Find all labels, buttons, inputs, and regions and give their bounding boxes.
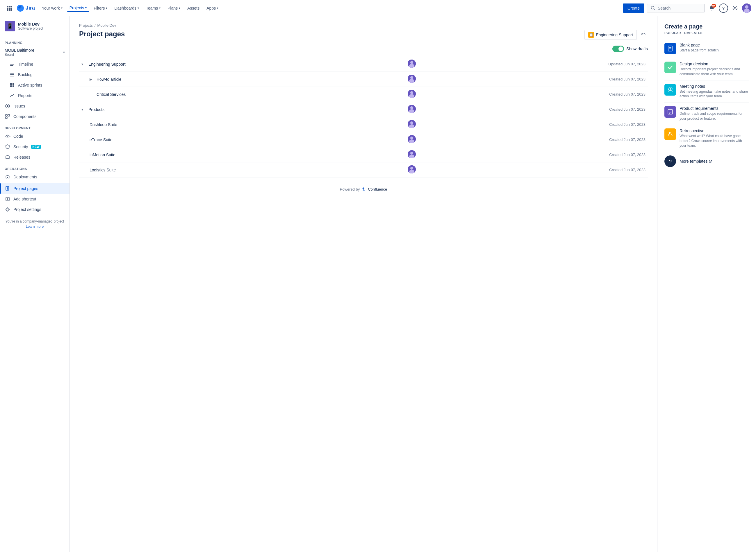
page-name[interactable]: How-to article: [97, 77, 121, 82]
page-name[interactable]: Engineering Support: [88, 62, 126, 66]
board-sub: Board: [5, 52, 34, 57]
page-name[interactable]: Critical Services: [97, 92, 126, 97]
sidebar-item-backlog[interactable]: Backlog: [0, 70, 70, 80]
expand-icon[interactable]: ▶: [90, 77, 94, 81]
svg-rect-20: [10, 76, 14, 77]
svg-rect-19: [10, 75, 14, 75]
blank-page-icon: [664, 43, 676, 54]
sidebar-item-deployments[interactable]: Deployments: [0, 172, 70, 182]
create-button[interactable]: Create: [623, 3, 644, 13]
refresh-button[interactable]: [639, 30, 648, 39]
page-name[interactable]: Dashloop Suite: [90, 122, 117, 127]
nav-dashboards[interactable]: Dashboards ▾: [112, 5, 141, 12]
breadcrumb-mobile-dev[interactable]: Mobile Dev: [97, 23, 116, 28]
sidebar-item-label: Issues: [13, 104, 25, 108]
sidebar-item-issues[interactable]: Issues: [0, 101, 70, 111]
svg-rect-29: [6, 117, 7, 119]
template-desc: Record important project decisions and c…: [679, 67, 749, 77]
sidebar-item-components[interactable]: Components: [0, 111, 70, 122]
grid-menu-btn[interactable]: [5, 3, 14, 13]
sidebar-item-add-shortcut[interactable]: Add shortcut: [0, 194, 70, 204]
svg-point-51: [410, 137, 413, 139]
nav-your-work[interactable]: Your work ▾: [39, 5, 65, 12]
sidebar-item-project-pages[interactable]: Project pages: [0, 183, 70, 194]
learn-more-link[interactable]: Learn more: [5, 225, 65, 229]
show-drafts-toggle[interactable]: [612, 46, 624, 52]
template-product-requirements[interactable]: Product requirements Define, track and s…: [664, 103, 749, 125]
project-type: Software project: [18, 26, 43, 30]
template-name: Meeting notes: [679, 84, 749, 89]
template-name: Retrospective: [679, 128, 749, 133]
notification-badge: 9+: [712, 4, 716, 8]
new-badge: NEW: [31, 145, 41, 149]
template-name: Blank page: [679, 43, 720, 47]
page-name[interactable]: Logistics Suite: [90, 168, 116, 172]
sidebar-item-project-settings[interactable]: Project settings: [0, 204, 70, 215]
svg-point-34: [7, 209, 8, 210]
user-avatar[interactable]: [742, 3, 751, 13]
nav-projects[interactable]: Projects ▾: [67, 4, 89, 12]
sidebar-item-label: Security: [13, 144, 28, 149]
sidebar-item-timeline[interactable]: Timeline: [0, 59, 70, 70]
svg-point-68: [669, 132, 671, 134]
add-shortcut-icon: [5, 196, 10, 202]
jira-logo[interactable]: Jira: [16, 4, 35, 12]
svg-rect-7: [9, 9, 10, 11]
show-drafts-label: Show drafts: [626, 46, 648, 51]
sidebar-item-reports[interactable]: Reports: [0, 90, 70, 101]
notification-btn[interactable]: 9+: [707, 3, 717, 13]
page-name[interactable]: eTrace Suite: [90, 137, 113, 142]
template-retrospective[interactable]: Retrospective What went well? What could…: [664, 125, 749, 152]
more-templates[interactable]: More templates: [664, 152, 749, 170]
svg-rect-24: [12, 86, 14, 87]
search-box[interactable]: Search: [647, 4, 705, 12]
page-name[interactable]: Products: [88, 107, 104, 112]
svg-rect-2: [10, 6, 12, 7]
nav-teams[interactable]: Teams ▾: [144, 5, 163, 12]
eng-support-label: Engineering Support: [596, 32, 633, 37]
sidebar-board[interactable]: MOBL Baltimore Board ▾: [0, 46, 70, 59]
nav-filters[interactable]: Filters ▾: [91, 5, 110, 12]
nav-apps[interactable]: Apps ▾: [204, 5, 221, 12]
active-sprints-icon: [9, 82, 15, 88]
table-row: Critical Services Created Jun 07, 2023: [79, 87, 648, 102]
expand-icon[interactable]: ▾: [81, 62, 86, 66]
board-name: MOBL Baltimore: [5, 48, 34, 52]
page-avatar: [408, 105, 416, 113]
svg-point-31: [7, 177, 8, 178]
deployments-icon: [5, 174, 10, 180]
svg-point-70: [670, 163, 670, 163]
svg-point-63: [670, 88, 672, 90]
expand-icon[interactable]: ▾: [81, 108, 86, 112]
sidebar-item-label: Releases: [13, 155, 30, 159]
template-blank-page[interactable]: Blank page Start a page from scratch.: [664, 39, 749, 58]
eng-support-badge[interactable]: 📋 Engineering Support: [584, 30, 637, 40]
settings-btn[interactable]: [730, 3, 740, 13]
svg-point-36: [410, 61, 413, 64]
template-meeting-notes[interactable]: Meeting notes Set meeting agendas, take …: [664, 81, 749, 103]
svg-point-54: [410, 152, 413, 155]
svg-rect-16: [10, 63, 12, 63]
planning-section-label: PLANNING: [0, 36, 70, 46]
svg-point-57: [410, 167, 413, 170]
template-design-decision[interactable]: Design decision Record important project…: [664, 58, 749, 81]
meeting-notes-icon: [664, 84, 676, 96]
sidebar-item-security[interactable]: Security NEW: [0, 141, 70, 152]
page-name[interactable]: inMotion Suite: [90, 152, 115, 157]
breadcrumb-projects[interactable]: Projects: [79, 23, 93, 28]
top-nav: Jira Your work ▾ Projects ▾ Filters ▾ Da…: [0, 0, 756, 16]
nav-plans[interactable]: Plans ▾: [165, 5, 183, 12]
svg-point-42: [410, 91, 413, 94]
table-row: ▶ How-to article Created Jun 07, 2023: [79, 72, 648, 87]
sidebar-item-releases[interactable]: Releases: [0, 152, 70, 162]
sidebar-item-label: Active sprints: [18, 83, 42, 88]
sidebar-item-active-sprints[interactable]: Active sprints: [0, 80, 70, 90]
svg-rect-5: [10, 8, 12, 9]
powered-by-footer: Powered by Confluence: [79, 177, 648, 201]
help-btn[interactable]: ?: [719, 3, 728, 13]
sidebar-project[interactable]: 📱 Mobile Dev Software project: [0, 16, 70, 36]
backlog-icon: [9, 72, 15, 78]
svg-rect-59: [668, 46, 672, 51]
sidebar-item-code[interactable]: </> Code: [0, 131, 70, 141]
nav-assets[interactable]: Assets: [185, 5, 202, 12]
